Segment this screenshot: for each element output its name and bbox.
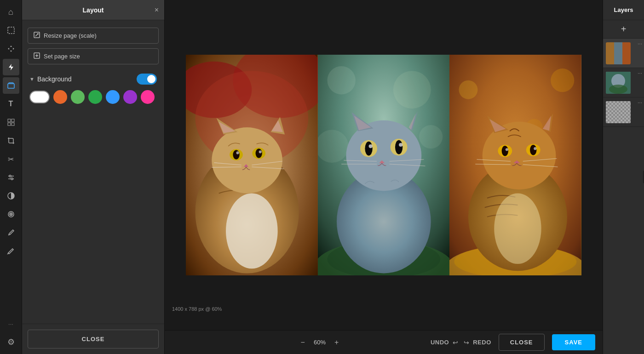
svg-rect-4: [8, 123, 11, 126]
lightning-icon[interactable]: [3, 59, 19, 75]
svg-rect-2: [8, 119, 11, 122]
svg-rect-70: [606, 42, 614, 64]
color-swatch-orange[interactable]: [53, 90, 67, 104]
save-button[interactable]: SAVE: [552, 334, 595, 350]
add-icon: +: [621, 24, 627, 34]
panel-close-icon[interactable]: ×: [155, 6, 159, 14]
svg-point-26: [259, 150, 262, 153]
svg-rect-1: [8, 84, 14, 88]
svg-point-52: [551, 69, 574, 92]
layer-item-1[interactable]: ···: [603, 39, 644, 68]
zoom-level: 60%: [311, 339, 328, 346]
color-swatch-green-light[interactable]: [71, 90, 85, 104]
canvas-container: 1400 x 788 px @ 60%: [165, 0, 603, 330]
svg-rect-0: [8, 27, 14, 34]
svg-point-32: [327, 66, 355, 94]
svg-point-9: [8, 211, 14, 217]
svg-point-62: [530, 145, 536, 155]
layer-thumbnail-1: [606, 42, 631, 64]
canvas-status: 1400 x 788 px @ 60%: [172, 306, 222, 312]
layers-header: Layers: [603, 0, 644, 20]
left-toolbar: ⌂ T ✂: [0, 0, 22, 354]
layers-panel-icon[interactable]: [3, 77, 19, 94]
bottom-close-button[interactable]: CLOSE: [499, 334, 545, 351]
svg-rect-80: [606, 101, 631, 123]
add-layer-button[interactable]: +: [603, 20, 644, 39]
svg-point-7: [11, 178, 13, 180]
contrast-icon[interactable]: [3, 188, 19, 204]
svg-point-20: [212, 127, 282, 193]
canvas-image: [186, 55, 581, 275]
svg-rect-71: [614, 42, 622, 64]
svg-point-25: [236, 151, 239, 154]
text-icon[interactable]: T: [3, 96, 19, 112]
eyedropper-icon[interactable]: [3, 224, 19, 241]
undo-redo-group: UNDO ↩ ↪ REDO: [431, 339, 491, 346]
svg-point-34: [419, 125, 443, 148]
svg-point-63: [506, 148, 508, 151]
background-toggle[interactable]: [137, 74, 157, 85]
settings-icon[interactable]: ⚙: [3, 334, 19, 350]
set-page-size-button[interactable]: Set page size: [28, 48, 159, 64]
svg-point-10: [10, 213, 12, 216]
color-swatch-white[interactable]: [29, 91, 50, 103]
resize-page-button[interactable]: Resize page (scale): [28, 28, 159, 44]
color-swatch-green-dark[interactable]: [88, 90, 102, 104]
background-header: ▼ Background: [28, 71, 159, 87]
undo-label[interactable]: UNDO: [431, 339, 449, 346]
svg-point-61: [502, 146, 508, 156]
resize-page-label: Resize page (scale): [44, 32, 97, 39]
redo-label[interactable]: REDO: [473, 339, 491, 346]
more-tools-icon[interactable]: ···: [3, 315, 19, 332]
left-panel: Layout × Resize page (scale) Set page si…: [22, 0, 165, 354]
svg-point-6: [9, 175, 11, 177]
undo-arrow-icon: ↩: [453, 339, 458, 346]
select-icon[interactable]: [3, 22, 19, 39]
move-icon[interactable]: [3, 40, 19, 57]
layer-menu-icon-2[interactable]: ···: [638, 70, 642, 76]
svg-point-64: [534, 147, 537, 150]
layer-thumbnail-3: [606, 101, 631, 123]
background-label-row: ▼ Background: [29, 75, 72, 83]
svg-point-57: [494, 193, 541, 264]
background-chevron-icon[interactable]: ▼: [29, 76, 34, 82]
pen-icon[interactable]: [3, 243, 19, 259]
svg-point-44: [368, 144, 372, 148]
background-section: ▼ Background: [28, 71, 159, 107]
cat-panel-1: [186, 55, 318, 275]
adjust-icon[interactable]: [3, 169, 19, 186]
svg-point-19: [226, 193, 278, 268]
canvas-cats: [186, 55, 581, 275]
canvas-area: 1400 x 788 px @ 60% − 60% + UNDO ↩ ↪ RED…: [165, 0, 603, 354]
layer-item-2[interactable]: ···: [603, 68, 644, 97]
cat-panel-3: [449, 55, 581, 275]
layer-thumbnail-2: [606, 72, 631, 94]
right-panel: Layers + ··· ···: [603, 0, 644, 354]
spiral-icon[interactable]: [3, 206, 19, 223]
color-swatches: [28, 87, 159, 107]
color-swatch-purple[interactable]: [123, 90, 137, 104]
zoom-group: − 60% +: [299, 337, 341, 348]
layer-menu-icon-3[interactable]: ···: [638, 99, 642, 106]
home-icon[interactable]: ⌂: [3, 4, 19, 20]
color-swatch-blue[interactable]: [106, 90, 120, 104]
svg-point-45: [399, 143, 402, 147]
bottom-actions: UNDO ↩ ↪ REDO CLOSE SAVE: [431, 334, 595, 351]
layer-menu-icon-1[interactable]: ···: [638, 40, 642, 47]
crop-icon[interactable]: [3, 132, 19, 149]
panel-bottom: CLOSE: [22, 324, 164, 354]
svg-point-42: [365, 142, 372, 156]
left-panel-close-button[interactable]: CLOSE: [28, 330, 159, 348]
pattern-icon[interactable]: [3, 114, 19, 131]
zoom-out-button[interactable]: −: [299, 337, 307, 348]
svg-point-43: [395, 140, 402, 154]
svg-point-23: [233, 150, 239, 159]
cut-icon[interactable]: ✂: [3, 151, 19, 167]
svg-point-75: [609, 85, 627, 94]
layer-item-3[interactable]: ···: [603, 97, 644, 127]
svg-point-33: [393, 71, 431, 108]
color-swatch-pink[interactable]: [141, 90, 155, 104]
svg-rect-3: [12, 119, 14, 122]
svg-point-51: [459, 80, 478, 99]
zoom-in-button[interactable]: +: [333, 337, 340, 348]
